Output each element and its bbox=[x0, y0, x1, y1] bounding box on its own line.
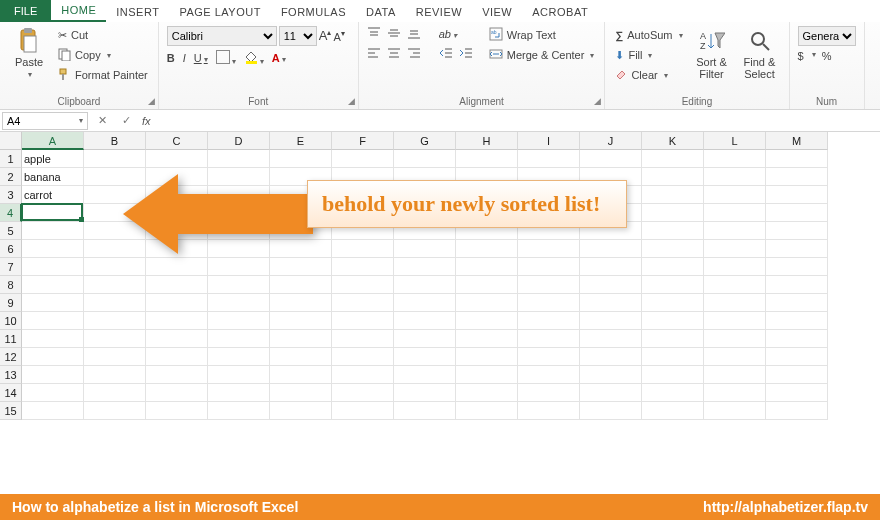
column-header-G[interactable]: G bbox=[394, 132, 456, 150]
column-header-L[interactable]: L bbox=[704, 132, 766, 150]
cell-J8[interactable] bbox=[580, 276, 642, 294]
cell-J11[interactable] bbox=[580, 330, 642, 348]
column-header-H[interactable]: H bbox=[456, 132, 518, 150]
cell-K2[interactable] bbox=[642, 168, 704, 186]
cell-C14[interactable] bbox=[146, 384, 208, 402]
cell-E15[interactable] bbox=[270, 402, 332, 420]
cell-J10[interactable] bbox=[580, 312, 642, 330]
cell-K9[interactable] bbox=[642, 294, 704, 312]
cell-C7[interactable] bbox=[146, 258, 208, 276]
formula-input[interactable] bbox=[155, 111, 880, 131]
cell-J1[interactable] bbox=[580, 150, 642, 168]
row-header-3[interactable]: 3 bbox=[0, 186, 22, 204]
cell-G15[interactable] bbox=[394, 402, 456, 420]
cell-G14[interactable] bbox=[394, 384, 456, 402]
row-header-11[interactable]: 11 bbox=[0, 330, 22, 348]
cell-L2[interactable] bbox=[704, 168, 766, 186]
cell-A9[interactable] bbox=[22, 294, 84, 312]
cell-K1[interactable] bbox=[642, 150, 704, 168]
cut-button[interactable]: ✂ Cut bbox=[56, 26, 150, 44]
cell-A10[interactable] bbox=[22, 312, 84, 330]
row-header-7[interactable]: 7 bbox=[0, 258, 22, 276]
cell-F10[interactable] bbox=[332, 312, 394, 330]
cell-M10[interactable] bbox=[766, 312, 828, 330]
fill-button[interactable]: ⬇Fill▾ bbox=[613, 46, 684, 64]
row-header-13[interactable]: 13 bbox=[0, 366, 22, 384]
cell-F15[interactable] bbox=[332, 402, 394, 420]
cell-B14[interactable] bbox=[84, 384, 146, 402]
tab-data[interactable]: DATA bbox=[356, 2, 406, 22]
align-right-button[interactable] bbox=[407, 46, 421, 62]
column-header-B[interactable]: B bbox=[84, 132, 146, 150]
cell-K13[interactable] bbox=[642, 366, 704, 384]
cell-H6[interactable] bbox=[456, 240, 518, 258]
cell-D10[interactable] bbox=[208, 312, 270, 330]
cell-G9[interactable] bbox=[394, 294, 456, 312]
cell-M11[interactable] bbox=[766, 330, 828, 348]
cell-M6[interactable] bbox=[766, 240, 828, 258]
cell-F8[interactable] bbox=[332, 276, 394, 294]
cell-D13[interactable] bbox=[208, 366, 270, 384]
cell-M15[interactable] bbox=[766, 402, 828, 420]
cell-E11[interactable] bbox=[270, 330, 332, 348]
dialog-launcher-icon[interactable]: ◢ bbox=[348, 96, 355, 106]
cell-A11[interactable] bbox=[22, 330, 84, 348]
row-header-1[interactable]: 1 bbox=[0, 150, 22, 168]
cell-A4[interactable] bbox=[22, 204, 84, 222]
column-header-A[interactable]: A bbox=[22, 132, 84, 150]
cell-L12[interactable] bbox=[704, 348, 766, 366]
fx-icon[interactable]: fx bbox=[142, 115, 151, 127]
row-header-12[interactable]: 12 bbox=[0, 348, 22, 366]
cell-D11[interactable] bbox=[208, 330, 270, 348]
column-header-D[interactable]: D bbox=[208, 132, 270, 150]
cell-L6[interactable] bbox=[704, 240, 766, 258]
paste-button[interactable]: Paste ▾ bbox=[8, 26, 50, 79]
cell-J13[interactable] bbox=[580, 366, 642, 384]
cell-E10[interactable] bbox=[270, 312, 332, 330]
bold-button[interactable]: B bbox=[167, 52, 175, 64]
cell-L15[interactable] bbox=[704, 402, 766, 420]
cell-K10[interactable] bbox=[642, 312, 704, 330]
cell-H11[interactable] bbox=[456, 330, 518, 348]
cell-A14[interactable] bbox=[22, 384, 84, 402]
dialog-launcher-icon[interactable]: ◢ bbox=[148, 96, 155, 106]
cell-G13[interactable] bbox=[394, 366, 456, 384]
increase-indent-button[interactable] bbox=[459, 46, 473, 62]
dialog-launcher-icon[interactable]: ◢ bbox=[594, 96, 601, 106]
cell-F9[interactable] bbox=[332, 294, 394, 312]
italic-button[interactable]: I bbox=[183, 52, 186, 64]
cell-B9[interactable] bbox=[84, 294, 146, 312]
cell-B10[interactable] bbox=[84, 312, 146, 330]
cell-C10[interactable] bbox=[146, 312, 208, 330]
cell-K11[interactable] bbox=[642, 330, 704, 348]
cell-C13[interactable] bbox=[146, 366, 208, 384]
cell-C9[interactable] bbox=[146, 294, 208, 312]
cell-H15[interactable] bbox=[456, 402, 518, 420]
cell-K14[interactable] bbox=[642, 384, 704, 402]
row-header-9[interactable]: 9 bbox=[0, 294, 22, 312]
cell-B1[interactable] bbox=[84, 150, 146, 168]
cell-L5[interactable] bbox=[704, 222, 766, 240]
merge-center-button[interactable]: Merge & Center ▾ bbox=[487, 46, 597, 64]
cell-M7[interactable] bbox=[766, 258, 828, 276]
decrease-font-button[interactable]: A▾ bbox=[333, 29, 344, 43]
cell-G1[interactable] bbox=[394, 150, 456, 168]
cell-M14[interactable] bbox=[766, 384, 828, 402]
cell-A2[interactable]: banana bbox=[22, 168, 84, 186]
column-header-E[interactable]: E bbox=[270, 132, 332, 150]
font-size-combo[interactable]: 11 bbox=[279, 26, 317, 46]
cell-H8[interactable] bbox=[456, 276, 518, 294]
cell-A15[interactable] bbox=[22, 402, 84, 420]
cell-J6[interactable] bbox=[580, 240, 642, 258]
cell-E7[interactable] bbox=[270, 258, 332, 276]
name-box[interactable]: A4 ▾ bbox=[2, 112, 88, 130]
cell-D12[interactable] bbox=[208, 348, 270, 366]
cell-L1[interactable] bbox=[704, 150, 766, 168]
cell-H7[interactable] bbox=[456, 258, 518, 276]
number-format-combo[interactable]: General bbox=[798, 26, 856, 46]
cell-B11[interactable] bbox=[84, 330, 146, 348]
cell-F11[interactable] bbox=[332, 330, 394, 348]
tab-acrobat[interactable]: ACROBAT bbox=[522, 2, 598, 22]
autosum-button[interactable]: ∑AutoSum▾ bbox=[613, 26, 684, 44]
cell-M12[interactable] bbox=[766, 348, 828, 366]
